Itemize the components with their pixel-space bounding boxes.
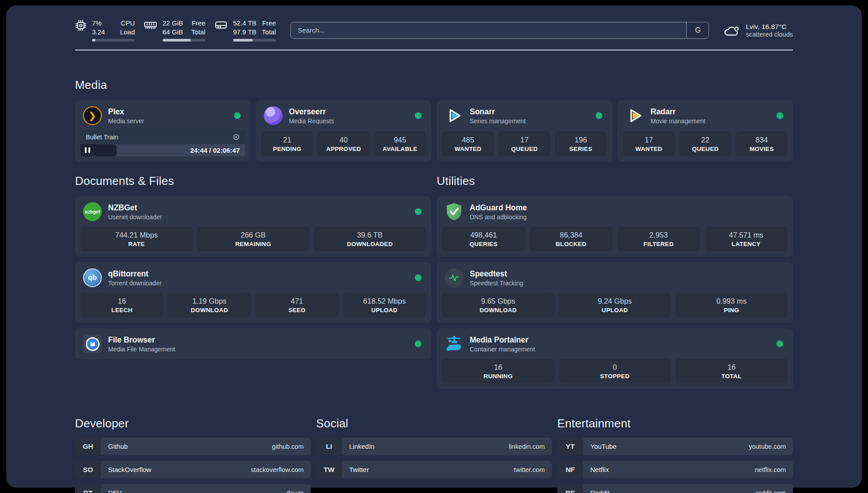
app-name: Media Portainer <box>470 335 535 345</box>
section-heading-media: Media <box>75 78 793 92</box>
link-row-reddit[interactable]: RE Reddit reddit.com <box>557 484 793 493</box>
stat-value: 16 <box>494 363 502 372</box>
link-name: LinkedIn <box>349 443 375 450</box>
storage-total-value: 97.9 TB <box>233 28 256 37</box>
app-card-plex[interactable]: ❯ Plex Media server Bullet Train <box>75 100 250 162</box>
stat-label: DOWNLOADED <box>347 241 393 247</box>
app-name: Speedtest <box>470 269 523 279</box>
stat-tile: 47.571 ms LATENCY <box>705 226 788 251</box>
app-card-speedtest[interactable]: Speedtest Speedtest Tracking 9.65 Gbps D… <box>437 262 793 323</box>
cpu-stat-group: 7% 3.24 CPU Load <box>75 19 135 42</box>
link-row-twitter[interactable]: TW Twitter twitter.com <box>316 461 552 478</box>
cpu-progress-bar <box>92 39 135 42</box>
status-online-dot <box>596 113 602 119</box>
app-card-adguard[interactable]: AdGuard Home DNS and adblocking 498,461 … <box>437 196 793 257</box>
link-row-linkedin[interactable]: LI LinkedIn linkedin.com <box>316 438 552 455</box>
stat-value: 0.993 ms <box>716 297 747 305</box>
card-header: Media Portainer Container management <box>442 334 788 354</box>
sonarr-icon <box>445 106 463 125</box>
card-header: Speedtest Speedtest Tracking <box>442 267 788 288</box>
filebrowser-icon <box>83 334 102 353</box>
now-playing-title: Bullet Train <box>86 134 118 141</box>
stats-row: 744.21 Mbps RATE 266 GB REMAINING 39.6 T… <box>80 222 426 251</box>
adguard-icon <box>445 202 463 221</box>
stat-tile: 22 QUEUED <box>679 131 731 156</box>
stat-tile: 9.65 Gbps DOWNLOAD <box>442 292 554 318</box>
stats-row: 498,461 QUERIES 86,384 BLOCKED 2,953 FIL… <box>442 222 788 251</box>
card-header: ❯ Plex Media server <box>80 105 245 126</box>
search-bar: G <box>290 22 709 39</box>
stat-value: 21 <box>283 136 291 144</box>
stat-tile: 17 QUEUED <box>498 131 550 156</box>
app-name: File Browser <box>108 335 175 345</box>
status-online-dot <box>776 341 783 347</box>
media-card-grid: ❯ Plex Media server Bullet Train <box>75 100 793 162</box>
status-online-dot <box>415 341 421 347</box>
cpu-chip-icon <box>75 20 87 31</box>
cpu-usage-value: 7% <box>92 19 105 28</box>
player-settings-icon[interactable] <box>233 134 240 141</box>
link-url: netflix.com <box>755 466 786 473</box>
app-card-nzbget[interactable]: nzbget NZBGet Usenet downloader 744.21 M… <box>75 196 431 257</box>
stat-tile: 471 SEED <box>255 292 338 318</box>
card-header: Sonarr Series management <box>442 105 607 126</box>
stat-label: BLOCKED <box>556 241 587 247</box>
stat-label: QUERIES <box>470 241 498 247</box>
app-card-sonarr[interactable]: Sonarr Series management 485 WANTED 17 Q… <box>437 100 612 162</box>
stat-value: 17 <box>645 136 653 144</box>
stat-tile: 0.993 ms PING <box>676 292 788 318</box>
stat-value: 39.6 TB <box>357 231 383 239</box>
app-card-radarr[interactable]: Radarr Movie management 17 WANTED 22 QUE… <box>618 100 793 162</box>
link-row-dev[interactable]: DT DEV dev.to <box>75 484 311 493</box>
memory-free-value: 22 GiB <box>163 19 183 28</box>
app-description: Media Requests <box>289 117 334 125</box>
link-row-youtube[interactable]: YT YouTube youtube.com <box>557 438 793 455</box>
search-engine-button[interactable]: G <box>686 22 709 38</box>
stat-value: 22 <box>701 136 709 144</box>
app-name: Radarr <box>651 107 705 117</box>
link-url: youtube.com <box>749 443 786 450</box>
stat-value: 485 <box>462 136 474 144</box>
playback-time: 24:44 / 02:06:47 <box>190 146 240 154</box>
qbittorrent-icon: qb <box>83 268 102 287</box>
pause-icon[interactable] <box>85 147 90 153</box>
link-name: DEV <box>108 489 122 493</box>
link-row-github[interactable]: GH Github github.com <box>75 438 311 455</box>
link-url: linkedin.com <box>509 443 545 450</box>
app-description: Usenet downloader <box>108 213 162 221</box>
stat-label: REMAINING <box>235 241 271 247</box>
storage-free-value: 52.4 TB <box>233 19 256 28</box>
stat-label: LATENCY <box>732 241 761 247</box>
header-divider <box>75 50 793 50</box>
storage-progress-bar <box>233 39 276 42</box>
stat-value: 9.65 Gbps <box>481 297 515 305</box>
stat-tile: 0 STOPPED <box>559 359 671 384</box>
stat-label: DOWNLOAD <box>480 307 517 313</box>
memory-progress-bar <box>163 39 205 42</box>
link-abbr-badge: LI <box>316 438 342 455</box>
stat-label: QUEUED <box>692 146 719 152</box>
stat-label: PENDING <box>273 146 301 152</box>
link-row-netflix[interactable]: NF Netflix netflix.com <box>557 461 793 478</box>
stat-tile: 39.6 TB DOWNLOADED <box>314 226 426 251</box>
stat-tile: 9.24 Gbps UPLOAD <box>559 292 671 318</box>
app-card-filebrowser[interactable]: File Browser Media File Management <box>75 328 431 359</box>
app-card-portainer[interactable]: Media Portainer Container management 16 … <box>437 328 793 389</box>
stat-label: SEED <box>288 307 305 313</box>
app-card-qbittorrent[interactable]: qb qBittorrent Torrent downloader 16 <box>75 262 431 323</box>
memory-total-label: Total <box>191 28 205 37</box>
stat-value: 834 <box>755 136 768 144</box>
memory-stat-group: 22 GiB 64 GiB Free Total <box>144 19 205 42</box>
playback-progress-bar[interactable]: 24:44 / 02:06:47 <box>80 144 245 156</box>
app-card-overseerr[interactable]: Overseerr Media Requests 21 PENDING 40 A… <box>256 100 431 162</box>
stat-label: UPLOAD <box>602 307 628 313</box>
app-name: Plex <box>108 107 144 117</box>
search-input[interactable] <box>291 22 686 38</box>
stat-tile: 485 WANTED <box>442 131 494 156</box>
link-url: stackoverflow.com <box>251 466 304 473</box>
cloud-icon <box>722 24 739 37</box>
stat-value: 618.52 Mbps <box>363 297 405 305</box>
speedtest-icon <box>445 268 463 287</box>
app-name: Overseerr <box>289 107 334 117</box>
link-row-stackoverflow[interactable]: SO StackOverflow stackoverflow.com <box>75 461 311 478</box>
